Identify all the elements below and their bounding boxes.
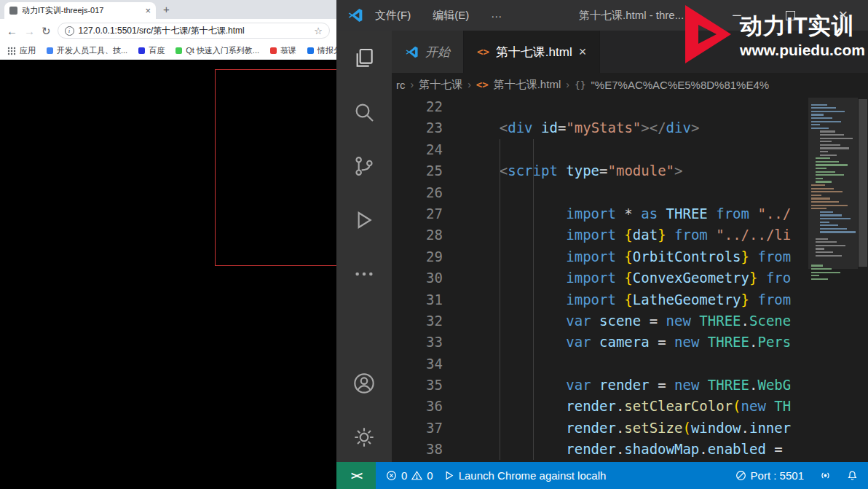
minimap-line [811,184,825,186]
more-views-icon[interactable] [352,262,376,286]
line-number: 22 [392,96,443,117]
code-line[interactable]: 33var camera = new THREE.Pers [392,332,808,353]
minimap-line [811,114,824,115]
bookmark-label: 百度 [149,45,165,56]
live-server-port[interactable]: Port : 5501 [735,469,804,482]
back-icon[interactable]: ← [7,26,17,36]
problems-indicator[interactable]: 0 0 [386,469,433,482]
minimap-line [816,174,844,176]
canvas-outline [215,69,336,266]
code-text [443,182,466,203]
breadcrumb-item[interactable]: 第十七课 [419,78,462,92]
code-line[interactable]: 35var render = new THREE.WebG [392,375,808,396]
line-number: 37 [392,418,443,439]
bookmark-favicon [175,47,182,54]
tab-lesson17[interactable]: <> 第十七课.html × [464,31,600,73]
bookmark-item[interactable]: 慕课 [270,45,296,56]
code-line[interactable]: 23<div id="myStats"></div> [392,117,808,138]
menu-file[interactable]: 文件(F) [375,9,411,23]
tab-welcome[interactable]: 开始 [392,31,464,73]
code-line[interactable]: 25<script type="module"> [392,160,808,181]
code-text [443,353,466,375]
site-info-icon[interactable]: i [65,26,74,36]
minimap-line [811,265,823,266]
broadcast-button[interactable] [820,470,831,481]
line-number: 28 [392,224,443,246]
bookmark-favicon [138,47,145,54]
code-line[interactable]: 38render.shadowMap.enabled = [392,439,808,460]
minimap-line [820,222,829,223]
search-icon[interactable] [352,101,376,124]
apps-shortcut[interactable]: 应用 [7,45,36,56]
bookmark-item[interactable]: 百度 [138,45,165,56]
line-number: 36 [392,396,443,417]
warning-icon [411,470,422,481]
minimap-line [811,121,841,122]
reload-icon[interactable]: ↻ [42,26,51,36]
line-number: 29 [392,246,443,267]
minimap-line [816,161,839,163]
settings-gear-icon[interactable] [352,426,376,449]
minimap-line [811,272,840,273]
code-line[interactable]: 31import {LatheGeometry} from [392,289,808,310]
notifications-button[interactable] [847,470,858,481]
debug-launch[interactable]: Launch Chrome against localh [443,469,607,482]
code-text: render.setSize(window.inner [443,418,791,439]
menu-more[interactable]: ··· [491,9,502,22]
url-text[interactable]: 127.0.0.1:5501/src/第十七课/第十七课.html [79,25,310,37]
run-debug-icon[interactable] [352,208,376,232]
minimize-icon[interactable]: ─ [719,0,754,31]
bookmark-item[interactable]: Qt 快速入门系列教... [175,45,259,56]
bookmark-star-icon[interactable]: ☆ [314,26,323,36]
code-line[interactable]: 37render.setSize(window.inner [392,418,808,439]
breadcrumb-item[interactable]: "%E7%AC%AC%E5%8D%81%E4% [591,79,770,91]
activity-bar [336,31,392,462]
code-text: var render = new THREE.WebG [443,375,791,396]
code-text: var camera = new THREE.Pers [443,332,791,353]
code-text: var scene = new THREE.Scene [443,310,791,332]
code-line[interactable]: 27import * as THREE from "../ [392,203,808,224]
code-line[interactable]: 34 [392,353,808,375]
code-line[interactable]: 22 [392,96,808,117]
remote-indicator[interactable]: >< [336,462,376,489]
scrollbar-thumb[interactable] [859,99,867,267]
menu-edit[interactable]: 编辑(E) [433,9,469,23]
tab-close-icon[interactable]: × [579,45,587,58]
address-bar[interactable]: i 127.0.0.1:5501/src/第十七课/第十七课.html ☆ [58,23,330,39]
code-text [443,139,466,160]
code-line[interactable]: 36render.setClearColor(new TH [392,396,808,417]
minimap-line [820,231,856,232]
tab-close-icon[interactable]: × [145,6,151,15]
new-tab-button[interactable]: + [163,3,170,15]
close-icon[interactable]: × [826,0,861,31]
explorer-icon[interactable] [352,47,376,70]
status-bar: >< 0 0 Launch Chrome against localh [336,462,868,489]
code-line[interactable]: 28import {dat} from "../../li [392,224,808,246]
minimap-line [820,228,847,230]
minimap-line [820,211,833,213]
forward-icon[interactable]: → [24,26,35,36]
chevron-right-icon: › [467,79,471,90]
bookmark-item[interactable]: 开发人员工具、技... [47,45,127,56]
code-editor[interactable]: 2223<div id="myStats"></div>2425<script … [392,96,808,462]
minimap[interactable] [808,96,858,462]
line-number: 35 [392,375,443,396]
breadcrumb-item[interactable]: rc [396,79,406,91]
browser-tab[interactable]: 动力IT实训-threejs-017 × [4,2,156,19]
account-icon[interactable] [352,372,376,395]
port-label: Port : 5501 [751,469,804,482]
code-line[interactable]: 26 [392,182,808,203]
line-number: 32 [392,310,443,332]
minimap-line [811,128,829,129]
code-line[interactable]: 32var scene = new THREE.Scene [392,310,808,332]
source-control-icon[interactable] [352,154,376,178]
bookmark-item[interactable]: 情报分析_2 - 国知局 [307,45,336,56]
code-line[interactable]: 30import {ConvexGeometry} fro [392,267,808,289]
code-line[interactable]: 24 [392,139,808,160]
scrollbar[interactable] [858,96,868,462]
code-line[interactable]: 29import {OrbitControls} from [392,246,808,267]
breadcrumb-item[interactable]: 第十七课.html [494,78,561,92]
line-number: 23 [392,117,443,138]
maximize-icon[interactable] [773,0,808,31]
line-number: 26 [392,182,443,203]
